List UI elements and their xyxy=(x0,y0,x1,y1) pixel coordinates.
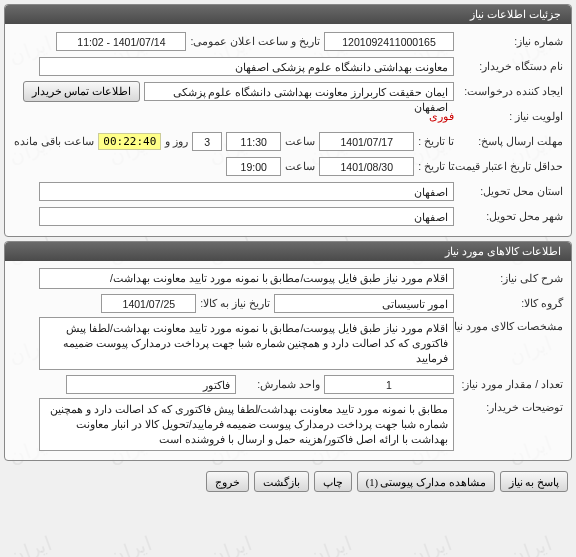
to-date-label-2: تا تاریخ : xyxy=(418,160,454,172)
qty-field: 1 xyxy=(324,375,454,394)
print-button[interactable]: چاپ xyxy=(314,471,352,492)
time-label-2: ساعت xyxy=(285,160,315,172)
back-button[interactable]: بازگشت xyxy=(254,471,309,492)
deadline-time-field: 11:30 xyxy=(226,132,281,151)
buyer-org-field: معاونت بهداشتی دانشگاه علوم پزشکی اصفهان xyxy=(39,57,454,76)
time-label-1: ساعت xyxy=(285,135,315,147)
goods-info-panel: اطلاعات کالاهای مورد نیاز شرح کلی نیاز: … xyxy=(4,241,572,461)
need-number-field: 1201092411000165 xyxy=(324,32,454,51)
remaining-label: ساعت باقی مانده xyxy=(14,135,94,147)
unit-field: فاکتور xyxy=(66,375,236,394)
panel1-body: شماره نیاز: 1201092411000165 تاریخ و ساع… xyxy=(5,24,571,236)
panel1-header: جزئیات اطلاعات نیاز xyxy=(5,5,571,24)
deadline-reply-label: مهلت ارسال پاسخ: xyxy=(458,135,563,147)
delivery-province-field: اصفهان xyxy=(39,182,454,201)
requester-field: ایمان حقیقت کاربرارز معاونت بهداشتی دانش… xyxy=(144,82,454,101)
buyer-contact-button[interactable]: اطلاعات تماس خریدار xyxy=(23,81,140,102)
priority-value: فوری xyxy=(429,110,454,122)
buyer-notes-field: مطابق با نمونه مورد تایید معاونت بهداشت/… xyxy=(39,398,454,451)
qty-label: تعداد / مقدار مورد نیاز: xyxy=(458,378,563,390)
action-button-row: پاسخ به نیاز مشاهده مدارک پیوستی (1) چاپ… xyxy=(0,465,576,498)
public-announce-label: تاریخ و ساعت اعلان عمومی: xyxy=(190,35,320,47)
buyer-notes-label: توضیحات خریدار: xyxy=(458,398,563,413)
unit-label: واحد شمارش: xyxy=(240,378,320,390)
goods-group-label: گروه کالا: xyxy=(458,297,563,309)
buyer-org-label: نام دستگاه خریدار: xyxy=(458,60,563,72)
delivery-city-label: شهر محل تحویل: xyxy=(458,210,563,222)
public-announce-field: 1401/07/14 - 11:02 xyxy=(56,32,186,51)
goods-spec-field: اقلام مورد نیاز طبق فایل پیوست/مطابق با … xyxy=(39,317,454,370)
panel2-body: شرح کلی نیاز: اقلام مورد نیاز طبق فایل پ… xyxy=(5,261,571,460)
reply-to-need-button[interactable]: پاسخ به نیاز xyxy=(500,471,568,492)
goods-spec-label: مشخصات کالای مورد نیاز: xyxy=(458,317,563,332)
validity-date-field: 1401/08/30 xyxy=(319,157,414,176)
view-attachments-button[interactable]: مشاهده مدارک پیوستی (1) xyxy=(357,471,495,492)
deadline-date-field: 1401/07/17 xyxy=(319,132,414,151)
panel2-header: اطلاعات کالاهای مورد نیاز xyxy=(5,242,571,261)
need-by-field: 1401/07/25 xyxy=(101,294,196,313)
need-by-label: تاریخ نیاز به کالا: xyxy=(200,297,270,309)
to-date-label-1: تا تاریخ : xyxy=(418,135,454,147)
need-desc-label: شرح کلی نیاز: xyxy=(458,272,563,284)
countdown-timer: 00:22:40 xyxy=(98,133,161,150)
days-count-field: 3 xyxy=(192,132,222,151)
delivery-city-field: اصفهان xyxy=(39,207,454,226)
need-number-label: شماره نیاز: xyxy=(458,35,563,47)
min-validity-label: حداقل تاریخ اعتبار قیمت: xyxy=(458,160,563,172)
priority-label: اولویت نیاز : xyxy=(458,110,563,122)
need-details-panel: جزئیات اطلاعات نیاز شماره نیاز: 12010924… xyxy=(4,4,572,237)
goods-group-field: امور تاسیساتی xyxy=(274,294,454,313)
days-and-label: روز و xyxy=(165,135,188,147)
requester-label: ایجاد کننده درخواست: xyxy=(458,85,563,97)
delivery-province-label: استان محل تحویل: xyxy=(458,185,563,197)
exit-button[interactable]: خروج xyxy=(206,471,249,492)
validity-time-field: 19:00 xyxy=(226,157,281,176)
need-desc-field: اقلام مورد نیاز طبق فایل پیوست/مطابق با … xyxy=(39,268,454,289)
